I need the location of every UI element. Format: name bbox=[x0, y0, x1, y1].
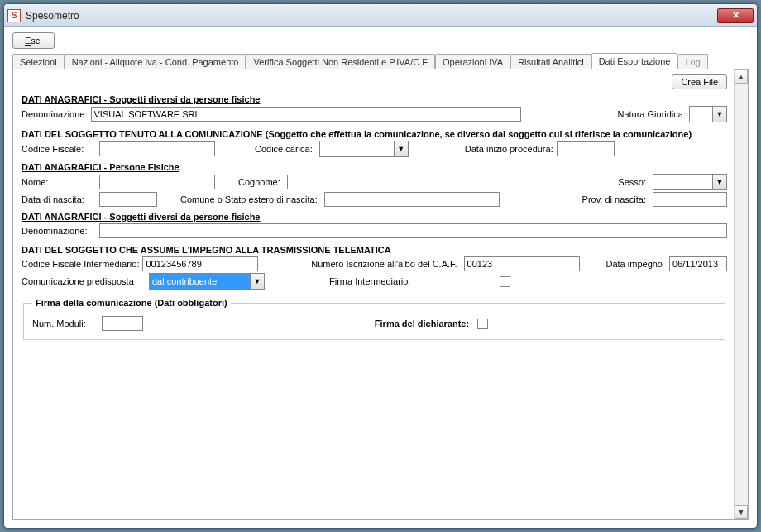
prov-nascita-input[interactable] bbox=[653, 192, 727, 207]
codice-carica-combo[interactable]: ▼ bbox=[319, 141, 409, 157]
data-impegno-label: Data impegno bbox=[606, 259, 663, 269]
section-tenuto-heading: DATI DEL SOGGETTO TENUTO ALLA COMUNICAZI… bbox=[22, 129, 727, 139]
tab-bar: Selezioni Nazioni - Aliquote Iva - Cond.… bbox=[12, 52, 749, 69]
scroll-up-arrow[interactable]: ▲ bbox=[735, 69, 748, 84]
app-icon: S bbox=[7, 9, 21, 22]
firma-intermediario-label: Firma Intermediario: bbox=[329, 276, 410, 286]
cognome-input[interactable] bbox=[287, 175, 462, 189]
tab-selezioni[interactable]: Selezioni bbox=[12, 54, 65, 69]
denominazione-input[interactable] bbox=[91, 107, 521, 122]
cf-intermediario-label: Codice Fiscale Intermediario: bbox=[22, 259, 139, 269]
num-moduli-label: Num. Moduli: bbox=[32, 319, 98, 328]
data-inizio-label: Data inizio procedura: bbox=[465, 144, 553, 154]
tab-nazioni[interactable]: Nazioni - Aliquote Iva - Cond. Pagamento bbox=[65, 54, 246, 69]
tab-log[interactable]: Log bbox=[677, 54, 707, 69]
data-inizio-input[interactable] bbox=[557, 141, 615, 156]
nome-label: Nome: bbox=[22, 177, 96, 187]
denominazione2-label: Denominazione: bbox=[22, 226, 96, 236]
num-iscrizione-label: Numero Iscrizione all'albo del C.A.F. bbox=[311, 259, 457, 269]
natura-giuridica-input[interactable] bbox=[689, 106, 712, 122]
firma-dichiarante-checkbox[interactable] bbox=[477, 319, 488, 329]
section-persone-fisiche-title: DATI ANAGRAFICI - Persone Fisiche bbox=[22, 162, 727, 172]
chevron-down-icon[interactable]: ▼ bbox=[250, 273, 265, 290]
nome-input[interactable] bbox=[99, 175, 215, 189]
firma-dichiarante-label: Firma del dichiarante: bbox=[375, 319, 469, 328]
comune-nascita-label: Comune o Stato estero di nascita: bbox=[180, 194, 318, 204]
cognome-label: Cognome: bbox=[238, 177, 280, 187]
section-anagrafici-2-title: DATI ANAGRAFICI - Soggetti diversi da pe… bbox=[22, 212, 727, 222]
data-impegno-input[interactable] bbox=[669, 256, 727, 271]
codice-fiscale-label: Codice Fiscale: bbox=[22, 144, 96, 154]
comunicazione-predisposta-combo[interactable]: ▼ bbox=[149, 273, 265, 290]
comune-nascita-input[interactable] bbox=[324, 192, 500, 207]
section-anagrafici-1-title: DATI ANAGRAFICI - Soggetti diversi da pe… bbox=[22, 94, 727, 104]
sesso-label: Sesso: bbox=[618, 177, 646, 187]
toolbar: Esci bbox=[4, 27, 757, 52]
comunicazione-predisposta-label: Comunicazione predisposta bbox=[22, 276, 146, 286]
firma-comunicazione-legend: Firma della comunicazione (Dati obbligat… bbox=[32, 298, 231, 308]
denominazione2-input[interactable] bbox=[99, 223, 727, 238]
chevron-down-icon[interactable]: ▼ bbox=[712, 106, 727, 122]
tab-dati-esportazione[interactable]: Dati Esportazione bbox=[591, 53, 678, 69]
firma-comunicazione-fieldset: Firma della comunicazione (Dati obbligat… bbox=[23, 298, 725, 340]
natura-giuridica-label: Natura Giuridica: bbox=[617, 109, 686, 119]
num-moduli-input[interactable] bbox=[102, 316, 143, 331]
sesso-combo[interactable]: ▼ bbox=[653, 174, 727, 190]
app-window: S Spesometro ✕ Esci Selezioni Nazioni - … bbox=[3, 3, 758, 529]
firma-intermediario-checkbox[interactable] bbox=[500, 276, 510, 287]
section-trasmissione-heading: DATI DEL SOGGETTO CHE ASSUME L'IMPEGNO A… bbox=[22, 245, 727, 255]
close-button[interactable]: ✕ bbox=[717, 8, 754, 23]
natura-giuridica-combo[interactable]: ▼ bbox=[689, 106, 727, 122]
codice-carica-label: Codice carica: bbox=[255, 144, 313, 154]
content: Crea File DATI ANAGRAFICI - Soggetti div… bbox=[13, 69, 734, 519]
codice-fiscale-input[interactable] bbox=[99, 141, 215, 156]
crea-file-button[interactable]: Crea File bbox=[672, 74, 727, 89]
sesso-input[interactable] bbox=[653, 174, 712, 190]
comunicazione-predisposta-input[interactable] bbox=[149, 273, 250, 290]
data-nascita-label: Data di nascita: bbox=[22, 194, 96, 204]
chevron-down-icon[interactable]: ▼ bbox=[712, 174, 727, 190]
tab-verifica[interactable]: Verifica Soggetti Non Residenti e P.IVA/… bbox=[246, 54, 435, 69]
scroll-down-arrow[interactable]: ▼ bbox=[735, 505, 748, 519]
window-title: Spesometro bbox=[26, 10, 717, 22]
exit-button[interactable]: Esci bbox=[12, 32, 55, 49]
num-iscrizione-input[interactable] bbox=[464, 256, 580, 271]
cf-intermediario-input[interactable] bbox=[142, 256, 258, 271]
titlebar: S Spesometro ✕ bbox=[4, 4, 757, 27]
vertical-scrollbar[interactable]: ▲ ▼ bbox=[734, 69, 748, 519]
tab-risultati[interactable]: Risultati Analitici bbox=[510, 54, 591, 69]
data-nascita-input[interactable] bbox=[99, 192, 157, 207]
tab-operazioni-iva[interactable]: Operazioni IVA bbox=[435, 54, 510, 69]
chevron-down-icon[interactable]: ▼ bbox=[394, 141, 409, 157]
codice-carica-input[interactable] bbox=[319, 141, 394, 157]
prov-nascita-label: Prov. di nascita: bbox=[582, 194, 646, 204]
content-wrap: Crea File DATI ANAGRAFICI - Soggetti div… bbox=[12, 69, 749, 520]
denominazione-label: Denominazione: bbox=[22, 109, 88, 119]
